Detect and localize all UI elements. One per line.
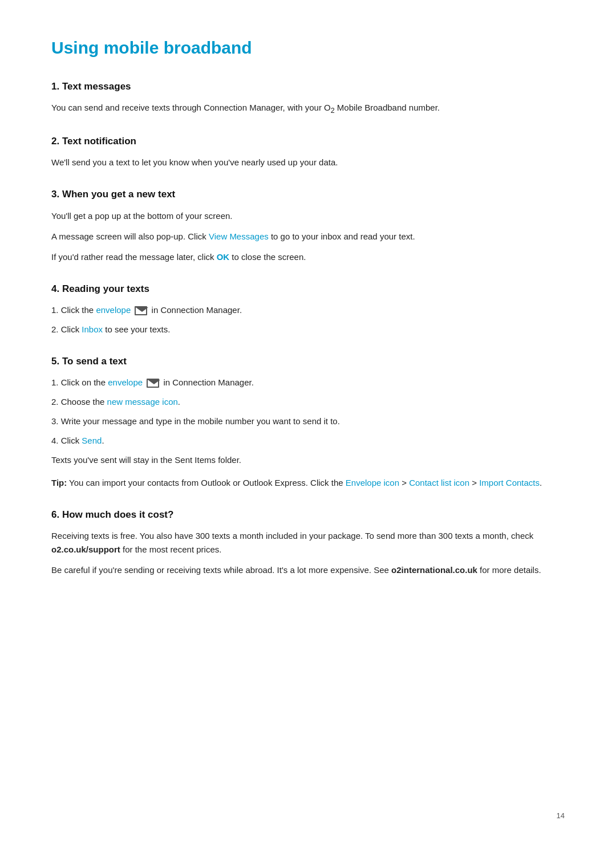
o2-international-link: o2international.co.uk: [391, 565, 477, 575]
section-heading-reading-texts: 4. Reading your texts: [51, 281, 565, 296]
send-step-3: 3. Write your message and type in the mo…: [51, 415, 565, 428]
send-step-1: 1. Click on the envelope in Connection M…: [51, 376, 565, 389]
view-messages-link[interactable]: View Messages: [209, 231, 269, 241]
send-step-2: 2. Choose the new message icon.: [51, 395, 565, 409]
page: Using mobile broadband 1. Text messages …: [0, 0, 616, 845]
send-step-4: 4. Click Send.: [51, 434, 565, 448]
reading-step-1: 1. Click the envelope in Connection Mana…: [51, 303, 565, 317]
reading-step-2: 2. Click Inbox to see your texts.: [51, 323, 565, 336]
cost-para-1: Receiving texts is free. You also have 3…: [51, 529, 565, 556]
text-messages-paragraph: You can send and receive texts through C…: [51, 101, 565, 116]
section-heading-new-text: 3. When you get a new text: [51, 186, 565, 202]
ok-link[interactable]: OK: [217, 252, 230, 262]
new-text-para-1: You'll get a pop up at the bottom of you…: [51, 209, 565, 223]
tip-block: Tip: You can import your contacts from O…: [51, 476, 565, 490]
page-number: 14: [557, 810, 565, 822]
envelope-text-link-send[interactable]: envelope: [108, 377, 143, 387]
new-message-icon-link[interactable]: new message icon: [107, 397, 178, 407]
tip-label: Tip:: [51, 478, 67, 488]
section-heading-cost: 6. How much does it cost?: [51, 507, 565, 522]
envelope-icon-reading: [135, 306, 147, 315]
cost-para-2: Be careful if you're sending or receivin…: [51, 563, 565, 577]
send-link[interactable]: Send: [82, 436, 102, 445]
import-contacts-link[interactable]: Import Contacts: [479, 478, 540, 488]
section-heading-text-notification: 2. Text notification: [51, 133, 565, 149]
section-heading-text-messages: 1. Text messages: [51, 79, 565, 94]
envelope-text-link-reading[interactable]: envelope: [96, 305, 131, 315]
envelope-icon-link[interactable]: Envelope icon: [346, 478, 399, 488]
page-title: Using mobile broadband: [51, 34, 565, 62]
inbox-link[interactable]: Inbox: [82, 324, 103, 334]
new-text-para-3: If you'd rather read the message later, …: [51, 250, 565, 264]
tip-text: Tip: You can import your contacts from O…: [51, 476, 565, 490]
envelope-icon-send: [147, 379, 159, 388]
new-text-para-2: A message screen will also pop-up. Click…: [51, 230, 565, 243]
text-notification-paragraph: We'll send you a text to let you know wh…: [51, 156, 565, 169]
sent-items-note: Texts you've sent will stay in the Sent …: [51, 453, 565, 467]
section-heading-send-text: 5. To send a text: [51, 354, 565, 369]
o2-support-link: o2.co.uk/support: [51, 545, 120, 554]
contact-list-icon-link[interactable]: Contact list icon: [409, 478, 469, 488]
